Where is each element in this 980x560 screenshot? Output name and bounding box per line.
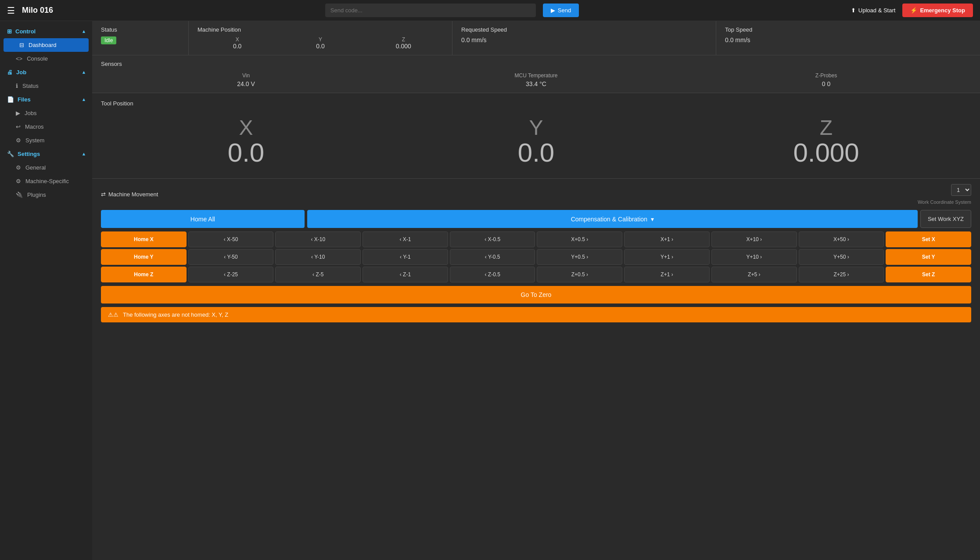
jog-x-pos50-button[interactable]: X+50 › bbox=[799, 231, 884, 247]
home-z-button[interactable]: Home Z bbox=[101, 267, 187, 282]
bolt-icon bbox=[910, 7, 917, 14]
sidebar-section-files[interactable]: 📄 Files bbox=[0, 93, 92, 106]
jog-x-neg05-button[interactable]: ‹ X-0.5 bbox=[450, 231, 535, 247]
jog-z-pos1-button[interactable]: Z+1 › bbox=[624, 267, 710, 282]
home-all-button[interactable]: Home All bbox=[101, 210, 305, 228]
jog-z-neg5-button[interactable]: ‹ Z-5 bbox=[275, 267, 361, 282]
mcu-value: 33.4 °C bbox=[391, 80, 681, 87]
tool-y-label: Y bbox=[391, 116, 681, 140]
sidebar-item-machine-specific[interactable]: ⚙ Machine-Specific bbox=[0, 174, 92, 188]
jog-y-neg05-button[interactable]: ‹ Y-0.5 bbox=[450, 249, 535, 265]
jog-y-pos1-button[interactable]: Y+1 › bbox=[624, 249, 710, 265]
tool-z-value: 0.000 bbox=[681, 140, 971, 166]
send-button[interactable]: Send bbox=[543, 4, 579, 17]
upload-icon bbox=[851, 7, 856, 14]
jog-x-neg1-button[interactable]: ‹ X-1 bbox=[363, 231, 448, 247]
jog-z-neg05-button[interactable]: ‹ Z-0.5 bbox=[450, 267, 535, 282]
app-title: Milo 016 bbox=[22, 6, 53, 15]
sidebar-item-jobs[interactable]: ▶ Jobs bbox=[0, 106, 92, 120]
macros-icon: ↩ bbox=[16, 123, 21, 130]
jog-z-neg25-button[interactable]: ‹ Z-25 bbox=[188, 267, 274, 282]
upload-start-button[interactable]: Upload & Start bbox=[851, 7, 896, 14]
zprobe-label: Z-Probes bbox=[681, 72, 971, 79]
machine-movement-section: ⇄ Machine Movement 1 2 3 Work Coordinate… bbox=[92, 179, 980, 328]
jog-y-neg50-button[interactable]: ‹ Y-50 bbox=[188, 249, 274, 265]
requested-speed-cell: Requested Speed 0.0 mm/s bbox=[452, 21, 716, 55]
sidebar-item-dashboard[interactable]: ⊟ Dashboard bbox=[4, 38, 89, 52]
dashboard-icon: ⊟ bbox=[19, 42, 24, 48]
go-to-zero-button[interactable]: Go To Zero bbox=[101, 286, 971, 303]
tool-axis-z: Z 0.000 bbox=[681, 110, 971, 171]
compensation-button[interactable]: Compensation & Calibration ▾ bbox=[307, 210, 918, 228]
tool-z-label: Z bbox=[681, 116, 971, 140]
set-work-xyz-button[interactable]: Set Work XYZ bbox=[920, 210, 971, 228]
jog-z-pos05-button[interactable]: Z+0.5 › bbox=[537, 267, 622, 282]
jog-y-neg1-button[interactable]: ‹ Y-1 bbox=[363, 249, 448, 265]
settings-chevron bbox=[83, 151, 85, 157]
machine-position-cell: Machine Position X 0.0 Y 0.0 Z 0.000 bbox=[189, 21, 452, 55]
sidebar-item-macros[interactable]: ↩ Macros bbox=[0, 120, 92, 134]
set-x-button[interactable]: Set X bbox=[886, 231, 971, 247]
machine-specific-icon: ⚙ bbox=[16, 178, 21, 184]
sensors-title: Sensors bbox=[101, 61, 971, 67]
sidebar-item-system[interactable]: ⚙ System bbox=[0, 134, 92, 147]
top-speed-title: Top Speed bbox=[725, 26, 971, 33]
jog-x-pos05-button[interactable]: X+0.5 › bbox=[537, 231, 622, 247]
sidebar-item-plugins[interactable]: 🔌 Plugins bbox=[0, 188, 92, 202]
console-icon: <> bbox=[16, 55, 22, 62]
home-y-button[interactable]: Home Y bbox=[101, 249, 187, 265]
emergency-stop-button[interactable]: Emergency Stop bbox=[902, 4, 973, 17]
tool-y-value: 0.0 bbox=[391, 140, 681, 166]
wcs-select[interactable]: 1 2 3 bbox=[951, 184, 971, 196]
mp-x-value: 0.0 bbox=[197, 43, 277, 50]
home-x-button[interactable]: Home X bbox=[101, 231, 187, 247]
jog-z-neg1-button[interactable]: ‹ Z-1 bbox=[363, 267, 448, 282]
set-z-button[interactable]: Set Z bbox=[886, 267, 971, 282]
tool-position-section: Tool Position X 0.0 Y 0.0 Z 0.000 bbox=[92, 93, 980, 179]
jog-y-pos50-button[interactable]: Y+50 › bbox=[799, 249, 884, 265]
warning-bar: ⚠ The following axes are not homed: X, Y… bbox=[101, 307, 971, 322]
send-icon bbox=[551, 7, 555, 14]
wcs-label: Work Coordinate System bbox=[918, 199, 971, 205]
sidebar-item-status[interactable]: ℹ Status bbox=[0, 79, 92, 93]
send-code-input[interactable] bbox=[325, 4, 536, 17]
sidebar-item-console[interactable]: <> Console bbox=[0, 52, 92, 65]
menu-icon[interactable] bbox=[7, 5, 15, 16]
jog-x-pos10-button[interactable]: X+10 › bbox=[711, 231, 797, 247]
mcu-label: MCU Temperature bbox=[391, 72, 681, 79]
status-badge: Idle bbox=[101, 36, 116, 44]
jobs-icon: ▶ bbox=[16, 110, 20, 116]
mp-x-label: X bbox=[197, 36, 277, 43]
status-cell: Status Idle bbox=[92, 21, 189, 55]
jog-x-neg10-button[interactable]: ‹ X-10 bbox=[275, 231, 361, 247]
main-content: Status Idle Machine Position X 0.0 Y 0.0… bbox=[92, 21, 980, 560]
general-icon: ⚙ bbox=[16, 164, 21, 171]
status-icon: ℹ bbox=[16, 83, 18, 89]
jog-z-row: Home Z ‹ Z-25 ‹ Z-5 ‹ Z-1 ‹ Z-0.5 Z+0.5 … bbox=[101, 267, 971, 282]
warning-icon: ⚠ bbox=[108, 311, 118, 318]
set-y-button[interactable]: Set Y bbox=[886, 249, 971, 265]
jog-z-pos5-button[interactable]: Z+5 › bbox=[711, 267, 797, 282]
jog-x-neg50-button[interactable]: ‹ X-50 bbox=[188, 231, 274, 247]
sidebar: ⊞ Control ⊟ Dashboard <> Console 🖨 Job ℹ… bbox=[0, 21, 92, 560]
sidebar-section-job[interactable]: 🖨 Job bbox=[0, 65, 92, 79]
jog-y-pos05-button[interactable]: Y+0.5 › bbox=[537, 249, 622, 265]
jog-y-neg10-button[interactable]: ‹ Y-10 bbox=[275, 249, 361, 265]
tool-axis-x: X 0.0 bbox=[101, 110, 391, 171]
zprobe-value: 0 0 bbox=[681, 80, 971, 87]
files-chevron bbox=[83, 97, 85, 102]
files-icon: 📄 bbox=[7, 96, 14, 103]
warning-text: The following axes are not homed: X, Y, … bbox=[123, 311, 228, 318]
jog-x-pos1-button[interactable]: X+1 › bbox=[624, 231, 710, 247]
jog-y-pos10-button[interactable]: Y+10 › bbox=[711, 249, 797, 265]
sidebar-item-general[interactable]: ⚙ General bbox=[0, 161, 92, 174]
tool-axis-y: Y 0.0 bbox=[391, 110, 681, 171]
sidebar-section-control[interactable]: ⊞ Control bbox=[0, 25, 92, 38]
status-row: Status Idle Machine Position X 0.0 Y 0.0… bbox=[92, 21, 980, 55]
jog-z-pos25-button[interactable]: Z+25 › bbox=[799, 267, 884, 282]
control-chevron bbox=[83, 29, 85, 34]
job-chevron bbox=[83, 69, 85, 75]
top-speed-cell: Top Speed 0.0 mm/s bbox=[716, 21, 980, 55]
sidebar-section-settings[interactable]: 🔧 Settings bbox=[0, 147, 92, 161]
settings-icon: 🔧 bbox=[7, 151, 14, 157]
